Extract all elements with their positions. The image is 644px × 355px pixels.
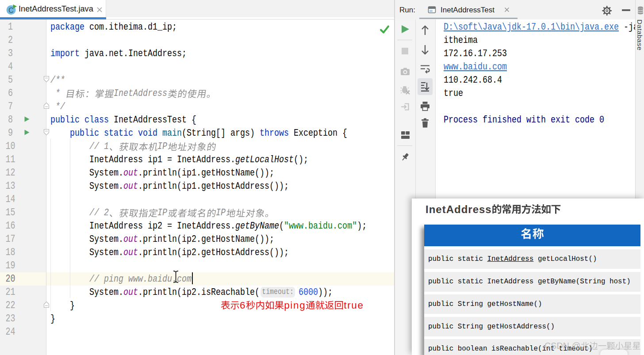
svg-text:C: C (8, 7, 14, 14)
